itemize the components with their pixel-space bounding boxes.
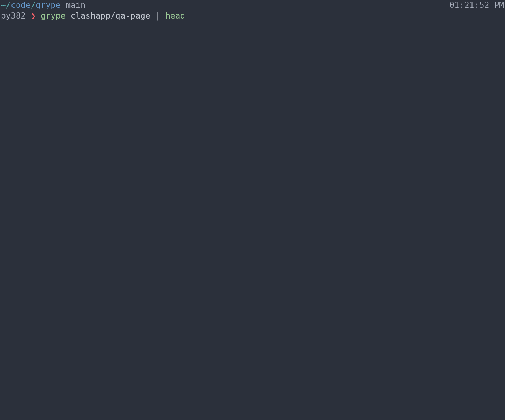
command-name: grype: [41, 11, 65, 20]
terminal-window[interactable]: ~/code/grype main 01:21:52 PM py382 ❯ gr…: [0, 0, 505, 420]
python-env: py382: [1, 11, 26, 20]
prompt-left: ~/code/grype main: [1, 0, 86, 11]
pipe-operator: |: [155, 11, 160, 20]
git-branch: main: [65, 0, 86, 10]
path-tilde: ~/: [1, 0, 11, 10]
prompt-chevron-icon: ❯: [31, 11, 36, 20]
command-argument: clashapp/qa-page: [71, 11, 150, 20]
path-separator: /: [31, 0, 36, 10]
timestamp: 01:21:52 PM: [449, 0, 504, 11]
path-segment-code: code: [11, 0, 31, 10]
prompt-line-1: ~/code/grype main 01:21:52 PM: [0, 0, 505, 11]
prompt-line-2[interactable]: py382 ❯ grype clashapp/qa-page | head: [0, 11, 505, 21]
path-segment-grype: grype: [36, 0, 61, 10]
command-tail: head: [165, 11, 185, 20]
